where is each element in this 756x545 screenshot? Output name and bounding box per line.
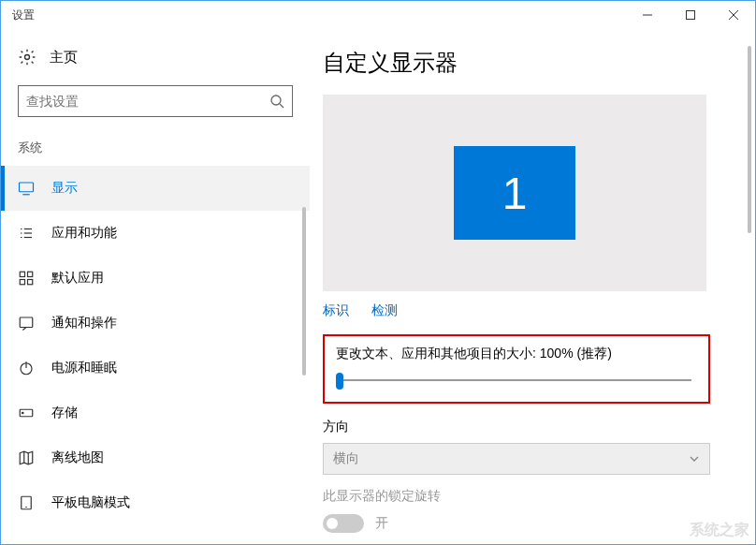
nav-label: 电源和睡眠 [51, 360, 117, 376]
nav-label: 存储 [51, 405, 78, 421]
scale-slider[interactable] [336, 376, 697, 385]
search-icon [269, 94, 284, 109]
sidebar-item-display[interactable]: 显示 [1, 166, 310, 211]
svg-rect-7 [20, 183, 34, 192]
lock-rotation-toggle[interactable] [323, 514, 364, 533]
scale-highlight: 更改文本、应用和其他项目的大小: 100% (推荐) [323, 334, 710, 404]
lock-rotation-label: 此显示器的锁定旋转 [323, 488, 733, 505]
window-title: 设置 [12, 7, 35, 23]
scale-label: 更改文本、应用和其他项目的大小: 100% (推荐) [336, 346, 697, 362]
search-input[interactable] [18, 85, 293, 117]
sidebar-item-maps[interactable]: 离线地图 [1, 435, 310, 480]
close-button[interactable] [712, 1, 755, 29]
nav-label: 通知和操作 [51, 315, 117, 331]
svg-rect-1 [687, 11, 695, 20]
svg-line-6 [280, 104, 284, 108]
monitor-preview[interactable]: 1 [323, 95, 706, 291]
map-icon [18, 449, 35, 466]
nav-list: 显示 应用和功能 默认应用 通知和操作 电源和睡眠 存储 [1, 166, 310, 525]
svg-point-5 [271, 96, 281, 105]
page-title: 自定义显示器 [323, 48, 733, 78]
sidebar: 主页 系统 显示 应用和功能 默认应用 通知和操作 [1, 29, 310, 544]
nav-label: 离线地图 [51, 449, 104, 466]
svg-rect-18 [28, 280, 33, 285]
toggle-knob [327, 518, 338, 529]
slider-track [342, 379, 691, 381]
nav-label: 显示 [51, 180, 78, 197]
orientation-select[interactable]: 横向 [323, 443, 710, 475]
identify-link[interactable]: 标识 [323, 302, 349, 319]
orientation-label: 方向 [323, 419, 710, 435]
main-panel: 自定义显示器 1 标识 检测 更改文本、应用和其他项目的大小: 100% (推荐… [310, 29, 755, 544]
storage-icon [18, 405, 35, 421]
list-icon [18, 225, 35, 242]
svg-rect-19 [20, 317, 33, 328]
chevron-down-icon [689, 453, 700, 464]
nav-label: 默认应用 [51, 270, 104, 287]
sidebar-item-apps[interactable]: 应用和功能 [1, 211, 310, 256]
nav-label: 应用和功能 [51, 225, 117, 242]
orientation-value: 横向 [333, 450, 359, 467]
monitor-tile-1[interactable]: 1 [454, 146, 575, 240]
svg-point-4 [25, 55, 30, 60]
search-field[interactable] [26, 94, 269, 109]
sidebar-item-power[interactable]: 电源和睡眠 [1, 346, 310, 390]
monitor-icon [18, 180, 35, 197]
svg-rect-17 [20, 280, 24, 285]
sidebar-item-default-apps[interactable]: 默认应用 [1, 256, 310, 301]
main-scrollbar[interactable] [748, 46, 751, 233]
power-icon [18, 360, 35, 376]
grid-icon [18, 270, 35, 287]
nav-label: 平板电脑模式 [51, 494, 130, 511]
tablet-icon [18, 494, 35, 511]
home-link[interactable]: 主页 [1, 40, 310, 80]
svg-point-24 [22, 412, 24, 414]
slider-thumb[interactable] [336, 373, 343, 390]
sidebar-item-tablet[interactable]: 平板电脑模式 [1, 480, 310, 525]
detect-link[interactable]: 检测 [371, 302, 398, 319]
home-label: 主页 [50, 49, 78, 66]
window-controls [626, 1, 755, 29]
notification-icon [18, 315, 35, 331]
sidebar-item-notifications[interactable]: 通知和操作 [1, 301, 310, 346]
section-label: 系统 [1, 132, 310, 166]
sidebar-scrollbar[interactable] [302, 207, 306, 376]
gear-icon [18, 48, 36, 66]
maximize-button[interactable] [669, 1, 712, 29]
svg-rect-15 [20, 272, 24, 276]
svg-rect-16 [28, 272, 33, 276]
minimize-button[interactable] [626, 1, 669, 29]
sidebar-item-storage[interactable]: 存储 [1, 390, 310, 435]
toggle-state-label: 开 [375, 515, 388, 532]
